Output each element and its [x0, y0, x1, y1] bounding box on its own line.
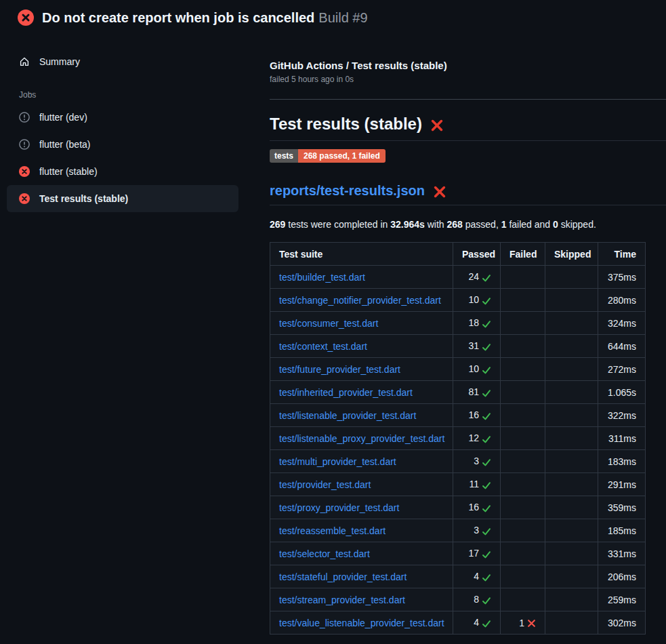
jobs-list: flutter (dev)flutter (beta)flutter (stab… [7, 104, 238, 212]
passed-cell: 16 [453, 496, 501, 519]
sidebar-item-flutter-stable[interactable]: flutter (stable) [7, 158, 238, 185]
suite-cell: test/selector_test.dart [270, 542, 453, 565]
passed-count: 268 [447, 219, 463, 230]
failed-count: 1 [501, 219, 507, 230]
x-circle-icon [19, 193, 30, 204]
time-cell: 375ms [598, 266, 646, 289]
suite-cell: test/stateful_provider_test.dart [270, 565, 453, 588]
build-title-wrap: Do not create report when job is cancell… [42, 10, 368, 26]
test-suite-link[interactable]: test/provider_test.dart [279, 479, 371, 490]
skipped-cell [545, 565, 598, 588]
job-label: Test results (stable) [39, 193, 128, 204]
test-suite-link[interactable]: test/listenable_provider_test.dart [279, 410, 416, 421]
column-header: Time [598, 243, 646, 266]
sidebar-item-summary[interactable]: Summary [7, 50, 238, 73]
test-suite-link[interactable]: test/multi_provider_test.dart [279, 456, 396, 467]
job-label: flutter (beta) [39, 139, 90, 150]
badge-value: 268 passed, 1 failed [298, 149, 386, 163]
tests-badge: tests 268 passed, 1 failed [270, 149, 386, 163]
sidebar-item-test-results-stable[interactable]: Test results (stable) [7, 185, 238, 212]
test-suite-link[interactable]: test/inherited_provider_test.dart [279, 387, 413, 398]
passed-count: 10 [468, 294, 479, 305]
check-icon [482, 411, 491, 421]
test-suite-link[interactable]: test/stateful_provider_test.dart [279, 571, 407, 582]
time-cell: 206ms [598, 565, 646, 588]
summary-text: skipped. [558, 219, 596, 230]
skipped-cell [545, 266, 598, 289]
column-header: Passed [453, 243, 501, 266]
test-suite-link[interactable]: test/future_provider_test.dart [279, 364, 400, 375]
passed-count: 10 [468, 363, 479, 374]
test-suite-link[interactable]: test/proxy_provider_test.dart [279, 502, 399, 513]
suite-cell: test/reassemble_test.dart [270, 519, 453, 542]
test-suite-link[interactable]: test/stream_provider_test.dart [279, 595, 405, 605]
test-suite-link[interactable]: test/reassemble_test.dart [279, 525, 386, 536]
check-icon [482, 573, 491, 582]
table-header-row: Test suitePassedFailedSkippedTime [270, 243, 646, 266]
failed-status-icon [18, 9, 34, 26]
build-header: Do not create report when job is cancell… [0, 0, 666, 35]
time-cell: 183ms [598, 450, 646, 473]
passed-count: 4 [474, 571, 479, 582]
failed-cell [501, 358, 545, 381]
passed-count: 31 [468, 340, 479, 351]
passed-count: 12 [468, 432, 479, 443]
test-suite-link[interactable]: test/builder_test.dart [279, 272, 365, 283]
time-cell: 302ms [598, 611, 646, 635]
divider [270, 99, 666, 100]
time-cell: 272ms [598, 358, 646, 381]
status-line: failed 5 hours ago in 0s [270, 75, 666, 84]
test-suite-link[interactable]: test/listenable_proxy_provider_test.dart [279, 433, 444, 444]
skipped-cell [545, 358, 598, 381]
table-row: test/provider_test.dart11291ms [270, 473, 646, 496]
test-suite-link[interactable]: test/context_test.dart [279, 341, 367, 352]
skipped-cell [545, 335, 598, 358]
failed-cell [501, 473, 545, 496]
passed-cell: 11 [453, 473, 501, 496]
test-suite-link[interactable]: test/change_notifier_provider_test.dart [279, 295, 441, 306]
time-cell: 644ms [598, 335, 646, 358]
skipped-cell [545, 404, 598, 427]
sidebar-item-flutter-beta[interactable]: flutter (beta) [7, 131, 238, 158]
failed-cell [501, 542, 545, 565]
skipped-cell [545, 312, 598, 335]
table-row: test/consumer_test.dart18324ms [270, 312, 646, 335]
test-summary-line: 269 tests were completed in 32.964s with… [270, 218, 666, 231]
test-table-body: test/builder_test.dart24375mstest/change… [270, 266, 646, 635]
table-row: test/selector_test.dart17331ms [270, 542, 646, 565]
passed-cell: 4 [453, 611, 501, 635]
suite-cell: test/inherited_provider_test.dart [270, 381, 453, 404]
passed-count: 81 [468, 386, 479, 397]
suite-cell: test/builder_test.dart [270, 266, 453, 289]
passed-cell: 81 [453, 381, 501, 404]
sidebar-item-flutter-dev[interactable]: flutter (dev) [7, 104, 238, 131]
check-icon [482, 435, 491, 444]
report-file-link[interactable]: reports/test-results.json [270, 180, 425, 201]
column-header: Failed [501, 243, 545, 266]
cancelled-icon [19, 139, 30, 150]
passed-cell: 3 [453, 450, 501, 473]
sidebar: Summary Jobs flutter (dev)flutter (beta)… [0, 35, 245, 212]
table-row: test/value_listenable_provider_test.dart… [270, 611, 646, 635]
check-icon [482, 319, 491, 329]
x-circle-icon [18, 9, 34, 26]
suite-cell: test/change_notifier_provider_test.dart [270, 289, 453, 312]
summary-text: tests were completed in [285, 219, 390, 230]
test-suite-link[interactable]: test/value_listenable_provider_test.dart [279, 618, 444, 628]
time-cell: 291ms [598, 473, 646, 496]
check-run-panel: GitHub Actions / Test results (stable) f… [245, 35, 666, 635]
check-icon [482, 296, 491, 306]
test-suite-link[interactable]: test/selector_test.dart [279, 548, 370, 559]
x-circle-icon [19, 166, 30, 177]
passed-cell: 10 [453, 358, 501, 381]
home-icon [19, 56, 30, 67]
check-icon [482, 619, 491, 628]
passed-count: 17 [468, 548, 479, 559]
breadcrumb: GitHub Actions / Test results (stable) [270, 60, 666, 71]
check-icon [482, 388, 491, 398]
table-row: test/listenable_provider_test.dart16322m… [270, 404, 646, 427]
passed-cell: 24 [453, 266, 501, 289]
summary-text: with [425, 219, 447, 230]
failed-cell [501, 519, 545, 542]
test-suite-link[interactable]: test/consumer_test.dart [279, 318, 378, 329]
